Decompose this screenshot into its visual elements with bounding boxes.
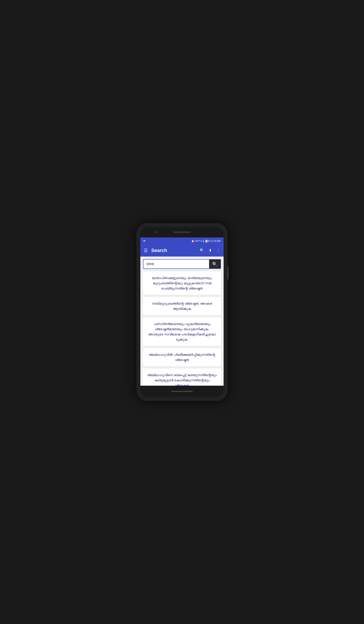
battery-icon: ▓99 [206,240,210,242]
result-card-2[interactable]: നബികുടുംബത്തിന്റെ ശ്രേഷ്ടത, അവരെ ആദരിക്ക… [143,297,221,315]
search-submit-icon: 🔍 [212,261,217,267]
result-card-3[interactable]: പണ്ഡിതൻമാരെയും വൃദ്ധൻമാരേയും ശ്രേഷ്ടൻമാര… [143,317,221,346]
result-text-1: മാതാപിതാക്കളുടെയും ഭാര്യയുടെയും കുടുംബത്… [147,275,217,291]
result-text-4: അല്ലാഹുവിൽ പ്രതീക്ഷയർപ്പിക്കുന്നതിന്റെ ശ… [147,352,217,363]
status-bar: 8° ⏰ 4G⁴⁶ G▲ ▓99 12:29 AM [140,237,224,244]
result-card-5[interactable]: അല്ലാഹുവിനെ ഭയപ്പെട്ട് കരയുന്നതിന്റെയും … [143,368,221,386]
time-display: 12:29 AM [210,240,221,242]
result-card-1[interactable]: മാതാപിതാക്കളുടെയും ഭാര്യയുടെയും കുടുംബത്… [143,271,221,295]
share-button[interactable]: ⬆ [207,246,214,255]
phone-frame: 8° ⏰ 4G⁴⁶ G▲ ▓99 12:29 AM ☰ Search 🔍 ⬆ ⋮ [136,223,228,401]
search-button[interactable]: 🔍 [198,246,206,255]
result-text-2: നബികുടുംബത്തിന്റെ ശ്രേഷ്ടത, അവരെ ആദരിക്ക… [147,301,217,311]
screen-content: 🔍 മാതാപിതാക്കളുടെയും ഭാര്യയുടെയും കുടുംബ… [140,257,224,386]
more-options-button[interactable]: ⋮ [214,246,222,255]
app-bar: ☰ Search 🔍 ⬆ ⋮ [140,244,224,257]
menu-button[interactable]: ☰ [142,246,150,255]
bezel-bottom [140,386,224,397]
result-text-5: അല്ലാഹുവിനെ ഭയപ്പെട്ട് കരയുന്നതിന്റെയും … [147,372,217,386]
power-button [228,266,228,280]
phone-screen: 8° ⏰ 4G⁴⁶ G▲ ▓99 12:29 AM ☰ Search 🔍 ⬆ ⋮ [140,227,224,397]
app-title: Search [151,248,196,253]
network-icon: 4G⁴⁶ [195,240,200,242]
search-input[interactable] [143,260,209,268]
search-submit-button[interactable]: 🔍 [209,260,221,268]
alarm-icon: ⏰ [191,240,194,242]
bezel-top [140,227,224,237]
app-bar-actions: 🔍 ⬆ ⋮ [198,246,222,255]
front-camera [155,231,157,233]
wifi-icon: G▲ [201,240,205,242]
home-indicator [171,391,193,392]
earpiece-speaker [173,231,191,233]
result-text-3: പണ്ഡിതൻമാരെയും വൃദ്ധൻമാരേയും ശ്രേഷ്ടൻമാര… [147,321,217,342]
result-card-4[interactable]: അല്ലാഹുവിൽ പ്രതീക്ഷയർപ്പിക്കുന്നതിന്റെ ശ… [143,348,221,366]
status-icons: ⏰ 4G⁴⁶ G▲ ▓99 12:29 AM [191,240,221,242]
search-box: 🔍 [143,259,221,269]
signal-strength: 8° [143,240,146,242]
